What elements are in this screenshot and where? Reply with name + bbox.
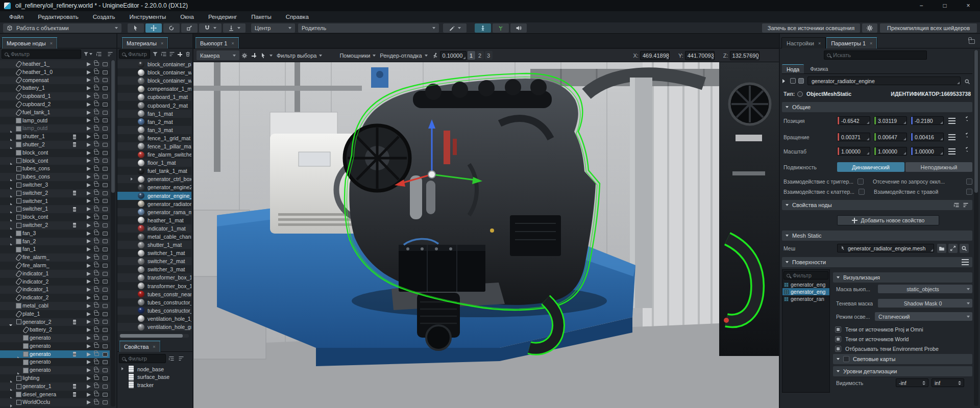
visibility-screen-icon[interactable] [103, 368, 108, 372]
visibility-screen-icon[interactable] [103, 215, 108, 219]
shadow-mask-dropdown[interactable]: Shadow Mask 0 [878, 299, 972, 308]
collapse-tree-icon[interactable] [167, 354, 176, 363]
visibility-screen-icon[interactable] [103, 328, 108, 332]
x-value-field[interactable]: -0.6542 [837, 116, 870, 125]
flag-icon[interactable] [87, 272, 91, 276]
tree-row[interactable]: cupboard_2 [0, 100, 110, 109]
tree-row[interactable]: block_cont [0, 213, 110, 221]
visibility-screen-icon[interactable] [103, 183, 108, 187]
reset-undo-icon[interactable] [962, 116, 968, 122]
visibility-screen-icon[interactable] [103, 111, 108, 115]
flag-icon[interactable] [87, 223, 91, 227]
unlock-icon[interactable] [94, 223, 99, 227]
scale-tool-button[interactable] [181, 23, 198, 33]
add-property-button[interactable]: Добавить новое свойство [837, 215, 939, 225]
flag-icon[interactable] [87, 247, 91, 251]
tree-row[interactable]: indicator_2 [0, 278, 110, 286]
flag-icon[interactable] [87, 111, 91, 115]
flag-icon[interactable] [87, 199, 91, 203]
unlock-icon[interactable] [94, 352, 99, 356]
tree-row[interactable]: metal_cabl [0, 302, 110, 310]
section-mesh-static[interactable]: Mesh Static [782, 231, 972, 241]
tree-row[interactable]: switcher_3 [0, 181, 110, 189]
unlock-icon[interactable] [94, 336, 99, 340]
object-mode-dropdown[interactable]: Работа с объектами [3, 23, 121, 33]
render-debug-dropdown[interactable]: Рендер-отладка [378, 50, 429, 60]
surfaces-filter-input[interactable] [783, 271, 828, 279]
shadow-option-checkbox[interactable] [835, 336, 841, 342]
material-row[interactable]: tubes_constructor_nea [117, 298, 191, 307]
menu-item[interactable]: Инструменты [122, 11, 173, 22]
property-row[interactable]: tracker [117, 381, 192, 389]
unlock-icon[interactable] [94, 232, 99, 235]
material-row[interactable]: fan_3_mat [117, 126, 191, 134]
flag-icon[interactable] [87, 376, 91, 380]
move-tool-button[interactable] [145, 23, 162, 33]
section-common[interactable]: Общие [782, 102, 972, 112]
material-row[interactable]: fence_1_pillar_mat [117, 142, 191, 150]
material-row[interactable]: indicator_1_mat [117, 224, 191, 233]
grass-interaction-checkbox[interactable] [966, 189, 972, 195]
shadow-option-checkbox[interactable] [835, 346, 841, 352]
expand-tree-icon[interactable] [106, 49, 115, 59]
tree-row[interactable]: indicator_1 [0, 286, 110, 294]
flag-icon[interactable] [87, 207, 91, 211]
tree-row[interactable]: generato [0, 350, 110, 359]
material-row[interactable]: block_container_wall [117, 68, 191, 76]
delete-material-icon[interactable] [184, 49, 191, 59]
flag-icon[interactable] [87, 393, 91, 397]
tree-row[interactable]: generato [0, 358, 110, 366]
section-surfaces[interactable]: Поверхности [782, 257, 972, 267]
material-row[interactable]: switcher_2_mat [117, 257, 191, 265]
selector-tool-icon[interactable] [258, 50, 275, 60]
visibility-min-field[interactable]: -inf [896, 378, 928, 387]
expand-tree-icon[interactable] [177, 354, 185, 363]
parent-space-dropdown[interactable]: Родитель [298, 23, 439, 33]
material-row[interactable]: generator_radiator_m [117, 200, 191, 208]
flag-icon[interactable] [87, 143, 91, 147]
x-coord-field[interactable]: 469.41898 [640, 51, 670, 60]
collapse-tree-icon[interactable] [160, 49, 167, 59]
visibility-screen-icon[interactable] [103, 126, 108, 131]
material-row[interactable]: heather_1_mat [117, 216, 191, 224]
unlock-icon[interactable] [94, 401, 99, 404]
params-search-input[interactable] [824, 50, 927, 60]
visibility-screen-icon[interactable] [103, 239, 108, 243]
search-mesh-icon[interactable] [960, 244, 969, 253]
flag-icon[interactable] [87, 352, 91, 356]
pivot-center-dropdown[interactable]: Центр [251, 23, 295, 33]
material-row[interactable]: generator_rama_mat [117, 208, 191, 216]
tree-row[interactable]: plate_1 [0, 310, 110, 318]
unlock-icon[interactable] [94, 280, 99, 284]
unlock-icon[interactable] [94, 103, 99, 106]
tree-row[interactable]: tubes_cons [0, 173, 110, 181]
unlock-icon[interactable] [94, 256, 99, 260]
visibility-screen-icon[interactable] [103, 103, 108, 107]
expand-arrow-icon[interactable] [121, 367, 124, 370]
params-tab[interactable]: Настройки × [781, 37, 826, 48]
property-row[interactable]: surface_base [117, 373, 192, 381]
tree-row[interactable]: switcher_1 [0, 205, 110, 213]
selection-filter-dropdown[interactable]: Фильтр выбора [275, 50, 324, 60]
unlock-icon[interactable] [94, 369, 99, 372]
tree-row[interactable]: block_cont [0, 149, 110, 157]
properties-filter-input[interactable] [119, 354, 166, 363]
node-flag-toggle[interactable] [798, 78, 804, 84]
tab-properties[interactable]: Свойства × [119, 341, 161, 352]
unlock-icon[interactable] [94, 376, 99, 380]
material-row[interactable]: cupboard_1_mat [117, 93, 191, 101]
visibility-max-field[interactable]: inf [932, 378, 964, 387]
visibility-screen-icon[interactable] [103, 94, 108, 98]
camera-speed-field[interactable]: 0.10000 [440, 51, 467, 60]
camera-speed-icon[interactable] [430, 50, 440, 60]
rotate-tool-button[interactable] [163, 23, 180, 33]
visibility-screen-icon[interactable] [103, 376, 108, 380]
tab-viewport[interactable]: Вьюпорт 1 × [195, 37, 239, 48]
material-row[interactable]: tubes_constructor_nea [117, 307, 191, 315]
tree-row[interactable]: cupboard_1 [0, 92, 110, 100]
visibility-screen-icon[interactable] [103, 207, 108, 211]
unlock-icon[interactable] [94, 240, 99, 243]
tree-row[interactable]: shutter_2 [0, 141, 110, 149]
menu-item[interactable]: Справка [279, 11, 316, 22]
search-node-icon[interactable] [963, 77, 972, 86]
